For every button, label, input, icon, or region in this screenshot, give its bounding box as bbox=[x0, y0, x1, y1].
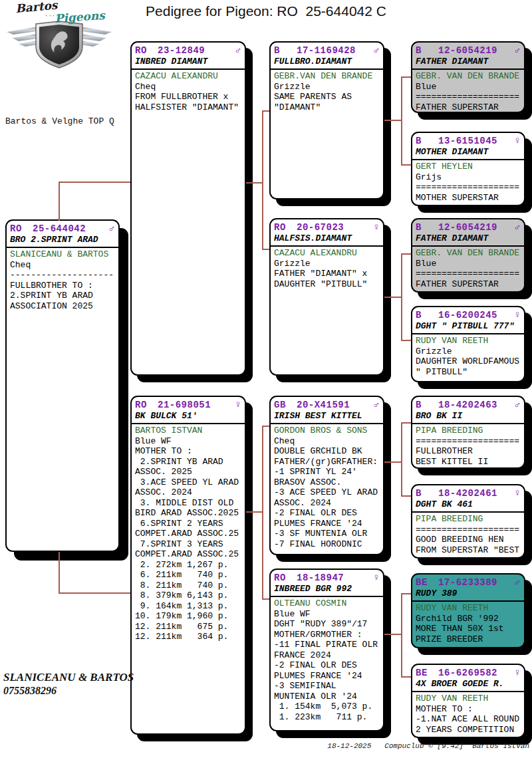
box-nickname: 4X BROER GOEDE R. bbox=[412, 679, 524, 692]
box-nickname: INBRED DIAMANT bbox=[132, 57, 245, 70]
box-nickname: IRISH BEST KITTEL bbox=[271, 411, 383, 424]
male-icon: ♂ bbox=[108, 224, 115, 235]
ring-number: 12-6054219 bbox=[438, 45, 497, 57]
owner-name: SLANICEANU & BARTOS bbox=[3, 670, 134, 684]
pedigree-text-line: 3. MIDDLE DIST OLD bbox=[135, 498, 241, 509]
connector-line bbox=[402, 164, 411, 166]
pedigree-text-line: ASSOC. 2025 bbox=[135, 467, 241, 477]
box-fancier: CAZACU ALEXANDRU bbox=[135, 71, 241, 82]
owner-block: SLANICEANU & BARTOS 0755838296 bbox=[3, 670, 134, 698]
pedigree-text-line: -2 FINAL OLR DES bbox=[274, 508, 380, 519]
box-fancier: CAZACU ALEXANDRU bbox=[274, 248, 380, 259]
box-body: RUDY VAN REETH MOTHER TO :-1.NAT ACE ALL… bbox=[416, 692, 521, 735]
pedigree-text-line: 12. 211km 675 p. bbox=[135, 622, 241, 632]
pigeon-box-ggp5[interactable]: B 18-4202463 ♂ BRO BK II PIPA BREEDING =… bbox=[411, 396, 525, 469]
ring-header: B 12-6054219 ♂ bbox=[416, 221, 521, 233]
pedigree-text-line: -------------------- bbox=[10, 270, 115, 281]
pedigree-text-line: PLUMES FRANCE '24 bbox=[274, 519, 380, 529]
connector-line bbox=[262, 426, 263, 600]
ring-country: B bbox=[416, 135, 438, 147]
ring-number: 18-4202463 bbox=[438, 399, 497, 411]
box-fancier: OLTEANU COSMIN bbox=[274, 598, 380, 609]
ring-country: RO bbox=[274, 221, 297, 233]
ring-country: B bbox=[416, 45, 438, 57]
ring-country: BE bbox=[416, 667, 438, 679]
pigeon-box-ff-grandmother[interactable]: RO 20-67023 ♀ HALFSIS.DIAMANT CAZACU ALE… bbox=[269, 218, 384, 376]
box-fancier: GEBR.VAN DEN BRANDE bbox=[274, 71, 380, 82]
pedigree-text-line: Cheq bbox=[10, 260, 115, 271]
pedigree-text-line: Blue bbox=[416, 259, 521, 269]
pedigree-text-line: Blue bbox=[416, 82, 521, 92]
ring-country: BE bbox=[416, 576, 438, 588]
pigeon-box-ggp8[interactable]: BE 16-6269582 ♀ 4X BROER GOEDE R. RUDY V… bbox=[411, 664, 525, 738]
ring-country: RO bbox=[135, 399, 158, 411]
connector-line bbox=[262, 110, 263, 250]
ring-number: 20-67023 bbox=[297, 221, 344, 233]
box-body: GERT HEYLEN Grijs====================MOT… bbox=[416, 160, 521, 203]
connector-line bbox=[384, 297, 401, 298]
box-nickname: FATHER DIAMANT bbox=[412, 57, 524, 70]
ring-country: RO bbox=[274, 572, 297, 584]
pedigree-text-line: " PITBULL" bbox=[416, 367, 521, 378]
page-title: Pedigree for Pigeon: RO 25-644042 C bbox=[0, 3, 532, 19]
ring-number: 17-1169428 bbox=[297, 45, 356, 57]
box-body: RUDY VAN REETH Grchild BGR '992MORE THAN… bbox=[416, 602, 521, 644]
box-fancier: PIPA BREEDING bbox=[416, 514, 521, 525]
pedigree-text-line: COMPET.ARAD ASSOC.25 bbox=[135, 529, 241, 539]
ring-country: GB bbox=[274, 399, 297, 411]
connector-line bbox=[59, 592, 130, 594]
box-body: GORDON BROS & SONS CheqDOUBLE GRCHILD BK… bbox=[274, 424, 380, 549]
pedigree-text-line: ASSOC. 2024 bbox=[274, 498, 380, 509]
box-body: CAZACU ALEXANDRU CheqFROM FULLBROTHER xH… bbox=[135, 70, 241, 112]
connector-line bbox=[402, 422, 411, 424]
ring-header: RO 25-644042 ♂ bbox=[10, 223, 115, 235]
pigeon-box-mf-grandmother[interactable]: RO 18-18947 ♀ INBREED BGR 992 OLTEANU CO… bbox=[269, 569, 384, 731]
pigeon-box-mf-grandfather[interactable]: GB 20-X41591 ♂ IRISH BEST KITTEL GORDON … bbox=[269, 396, 384, 555]
pigeon-box-subject[interactable]: RO 25-644042 ♂ BRO 2.SPRINT ARAD SLANICE… bbox=[5, 219, 120, 552]
box-body: GEBR. VAN DEN BRANDE Blue===============… bbox=[416, 70, 521, 112]
pigeon-box-ggp1[interactable]: B 12-6054219 ♂ FATHER DIAMANT GEBR. VAN … bbox=[411, 41, 525, 113]
ring-header: B 13-6151045 ♀ bbox=[416, 135, 521, 147]
ring-header: GB 20-X41591 ♂ bbox=[274, 399, 380, 411]
pedigree-text-line: Grijs bbox=[416, 172, 521, 183]
ring-country: B bbox=[416, 221, 438, 233]
box-fancier: SLANICEANU & BARTOS bbox=[10, 249, 115, 260]
ring-header: BE 17-6233389 ♂ bbox=[416, 576, 521, 588]
pedigree-text-line: Grizzle bbox=[274, 82, 380, 92]
footer-software: Compuclub © [9.42] bbox=[384, 742, 464, 750]
pedigree-text-line: ==================== bbox=[416, 525, 521, 535]
connector-line bbox=[401, 422, 402, 497]
pigeon-box-ggp2[interactable]: B 13-6151045 ♀ MOTHER DIAMANT GERT HEYLE… bbox=[411, 132, 525, 206]
pedigree-text-line: ASSOCIATION 2025 bbox=[10, 301, 115, 312]
pedigree-text-line: BEST KITTEL II bbox=[416, 457, 521, 467]
pedigree-text-line: Grchild BGR '992 bbox=[416, 614, 521, 624]
pedigree-text-line: ==================== bbox=[416, 92, 521, 102]
ring-number: 25-644042 bbox=[33, 223, 86, 235]
pedigree-text-line: 12. 211km 364 p. bbox=[135, 632, 241, 642]
pedigree-text-line: ==================== bbox=[416, 269, 521, 279]
box-fancier: GORDON BROS & SONS bbox=[274, 426, 380, 436]
pedigree-text-line: 1. 154km 5,073 p. bbox=[274, 701, 380, 712]
ring-header: RO 23-12849 ♂ bbox=[135, 45, 241, 57]
pedigree-text-line: COMPET.ARAD ASSOC.25 bbox=[135, 549, 241, 560]
connector-line bbox=[263, 598, 269, 600]
pigeon-box-ggp6[interactable]: B 18-4202461 ♀ DGHT BK 461 PIPA BREEDING… bbox=[411, 484, 525, 559]
box-nickname: HALFSIS.DIAMANT bbox=[271, 233, 383, 247]
box-fancier: GEBR. VAN DEN BRANDE bbox=[416, 248, 521, 259]
box-body: SLANICEANU & BARTOS Cheq----------------… bbox=[10, 248, 115, 311]
box-fancier: GEBR. VAN DEN BRANDE bbox=[416, 71, 521, 82]
box-body: BARTOS ISTVAN Blue WFMOTHER TO : 2.SPRIN… bbox=[135, 424, 241, 642]
pigeon-box-ggp4[interactable]: B 16-6200245 ♀ DGHT " PITBULL 777" RUDY … bbox=[411, 306, 525, 382]
pigeon-box-ff-grandfather[interactable]: B 17-1169428 ♂ FULLBRO.DIAMANT GEBR.VAN … bbox=[269, 41, 384, 199]
pigeon-box-mother[interactable]: RO 21-698051 ♀ BK BULCK 51' BARTOS ISTVA… bbox=[130, 396, 246, 735]
pigeon-box-father[interactable]: RO 23-12849 ♂ INBRED DIAMANT CAZACU ALEX… bbox=[130, 41, 246, 376]
pigeon-box-ggp7[interactable]: BE 17-6233389 ♂ RUDY 389 RUDY VAN REETH … bbox=[411, 573, 525, 648]
pedigree-text-line: 7.SPRINT 3 YEARS bbox=[135, 539, 241, 550]
connector-line bbox=[246, 182, 262, 184]
pedigree-text-line: PLUMES FRANCE '24 bbox=[274, 671, 380, 682]
pigeon-box-ggp3[interactable]: B 12-6054219 ♂ FATHER DIAMANT GEBR. VAN … bbox=[411, 218, 525, 293]
pedigree-text-line: 2 YEARS COMPETITION bbox=[416, 725, 521, 735]
box-body: GEBR.VAN DEN BRANDE GrizzleSAME PARENTS … bbox=[274, 70, 380, 112]
box-nickname: FATHER DIAMANT bbox=[412, 233, 524, 247]
box-body: PIPA BREEDING ====================GOOD B… bbox=[416, 513, 521, 555]
